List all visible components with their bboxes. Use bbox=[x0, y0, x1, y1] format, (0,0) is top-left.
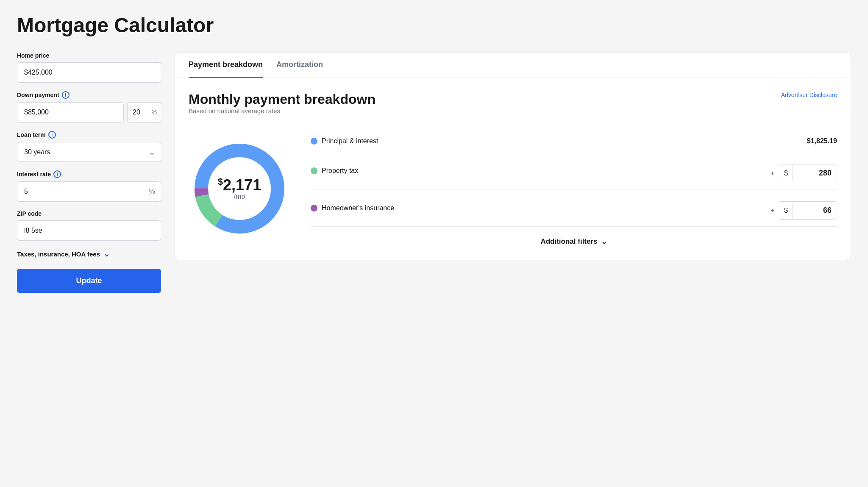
left-panel: Home price Down payment i % Loan term i bbox=[17, 52, 161, 293]
additional-filters-chevron-icon: ⌄ bbox=[601, 237, 607, 246]
down-payment-pct-wrapper: % bbox=[127, 102, 161, 122]
insurance-plus-label: + bbox=[771, 207, 774, 214]
donut-chart: $2,171 /mo bbox=[189, 138, 290, 239]
zip-code-label: ZIP code bbox=[17, 210, 161, 217]
right-panel: Payment breakdown Amortization Monthly p… bbox=[175, 52, 851, 260]
donut-mo: /mo bbox=[218, 192, 261, 200]
down-payment-label: Down payment i bbox=[17, 91, 161, 99]
additional-filters-toggle[interactable]: Additional filters ⌄ bbox=[311, 237, 837, 246]
donut-center-label: $2,171 /mo bbox=[218, 177, 261, 200]
tab-amortization[interactable]: Amortization bbox=[276, 53, 323, 78]
taxes-chevron-icon: ⌄ bbox=[103, 249, 110, 259]
insurance-dollar-prefix: $ bbox=[778, 203, 793, 219]
loan-term-select[interactable]: 10 years 15 years 20 years 25 years 30 y… bbox=[17, 142, 161, 162]
legend-label-group-insurance: Homeowner's insurance bbox=[311, 204, 394, 212]
legend-item-tax: Property tax + $ bbox=[311, 152, 837, 189]
tax-dot bbox=[311, 167, 317, 174]
zip-code-input[interactable] bbox=[17, 220, 161, 241]
loan-term-info-icon[interactable]: i bbox=[48, 131, 56, 139]
legend-top-insurance: Homeowner's insurance + $ bbox=[311, 196, 837, 220]
tab-payment-breakdown[interactable]: Payment breakdown bbox=[189, 53, 263, 78]
advertiser-disclosure-link[interactable]: Advertiser Disclosure bbox=[781, 92, 837, 98]
tax-dollar-prefix: $ bbox=[778, 165, 793, 181]
insurance-input-row: + $ bbox=[771, 201, 837, 220]
pct-symbol: % bbox=[152, 109, 157, 116]
interest-rate-info-icon[interactable]: i bbox=[53, 170, 61, 178]
down-payment-row: % bbox=[17, 102, 161, 122]
insurance-input[interactable] bbox=[793, 202, 837, 219]
page-title: Mortgage Calculator bbox=[17, 14, 851, 37]
monthly-title-block: Monthly payment breakdown Based on natio… bbox=[189, 92, 376, 128]
subtitle: Based on national average rates bbox=[189, 107, 376, 114]
panel-content: Monthly payment breakdown Based on natio… bbox=[175, 78, 851, 260]
insurance-dot bbox=[311, 205, 317, 211]
tax-label: Property tax bbox=[322, 167, 358, 175]
principal-value: $1,825.19 bbox=[807, 137, 837, 145]
legend-top-tax: Property tax + $ bbox=[311, 159, 837, 182]
interest-rate-wrapper: % bbox=[17, 181, 161, 202]
legend-item-insurance: Homeowner's insurance + $ bbox=[311, 189, 837, 227]
principal-dot bbox=[311, 138, 317, 145]
insurance-label: Homeowner's insurance bbox=[322, 204, 394, 212]
zip-code-group: ZIP code bbox=[17, 210, 161, 241]
tax-input-wrapper: $ bbox=[778, 164, 837, 182]
legend-label-group-principal: Principal & interest bbox=[311, 137, 378, 145]
monthly-title: Monthly payment breakdown bbox=[189, 92, 376, 107]
down-payment-amount-input[interactable] bbox=[17, 102, 124, 122]
loan-term-group: Loan term i 10 years 15 years 20 years 2… bbox=[17, 131, 161, 162]
insurance-input-wrapper: $ bbox=[778, 201, 837, 220]
breakdown-body: $2,171 /mo Principal & interest bbox=[189, 131, 837, 246]
legend-column: Principal & interest $1,825.19 Property … bbox=[311, 131, 837, 246]
loan-term-label: Loan term i bbox=[17, 131, 161, 139]
legend-top-principal: Principal & interest $1,825.19 bbox=[311, 137, 837, 145]
tax-plus-label: + bbox=[771, 170, 774, 177]
panel-header: Monthly payment breakdown Based on natio… bbox=[189, 92, 837, 128]
donut-amount: $2,171 bbox=[218, 177, 261, 192]
home-price-input[interactable] bbox=[17, 62, 161, 83]
interest-rate-input[interactable] bbox=[17, 181, 161, 202]
down-payment-group: Down payment i % bbox=[17, 91, 161, 122]
interest-pct-symbol: % bbox=[149, 188, 155, 195]
tabs-bar: Payment breakdown Amortization bbox=[175, 53, 851, 78]
update-button[interactable]: Update bbox=[17, 269, 161, 293]
loan-term-select-wrapper: 10 years 15 years 20 years 25 years 30 y… bbox=[17, 142, 161, 162]
tax-input-row: + $ bbox=[771, 164, 837, 182]
down-payment-info-icon[interactable]: i bbox=[62, 91, 70, 99]
interest-rate-group: Interest rate i % bbox=[17, 170, 161, 202]
home-price-label: Home price bbox=[17, 52, 161, 59]
home-price-group: Home price bbox=[17, 52, 161, 83]
principal-label: Principal & interest bbox=[322, 137, 378, 145]
legend-label-group-tax: Property tax bbox=[311, 167, 358, 175]
interest-rate-label: Interest rate i bbox=[17, 170, 161, 178]
tax-input[interactable] bbox=[793, 164, 837, 182]
additional-filters-label: Additional filters bbox=[540, 237, 597, 246]
taxes-toggle[interactable]: Taxes, insurance, HOA fees ⌄ bbox=[17, 249, 161, 259]
legend-item-principal: Principal & interest $1,825.19 bbox=[311, 131, 837, 152]
